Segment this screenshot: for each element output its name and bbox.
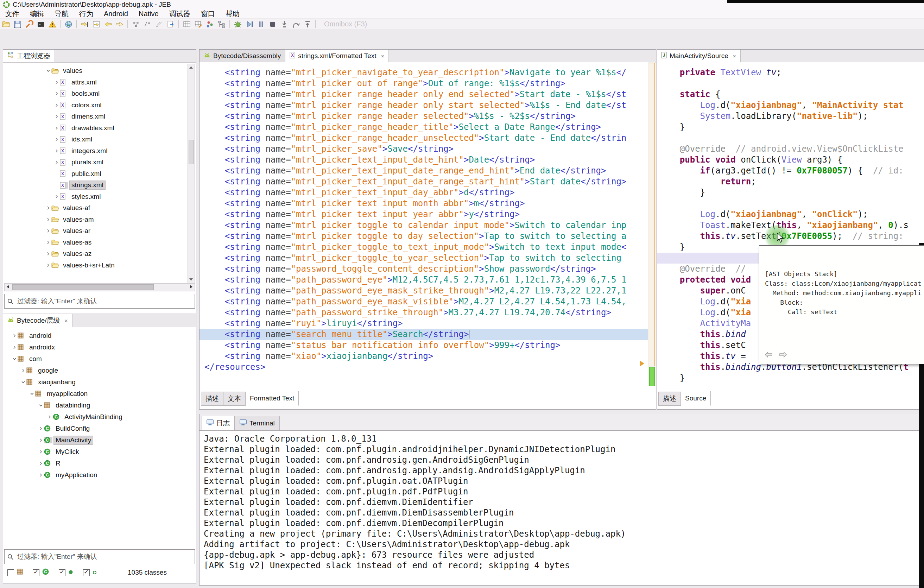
checkbox-dot-hollow[interactable] xyxy=(83,569,90,576)
tree-item-colors.xml[interactable]: Xcolors.xml xyxy=(3,99,187,111)
checkbox-package[interactable] xyxy=(7,569,14,576)
chevron-right-icon[interactable] xyxy=(53,149,60,153)
project-tree-vscrollbar[interactable] xyxy=(188,64,195,283)
bytecode-filter-input[interactable] xyxy=(16,552,192,561)
hscroll-thumb[interactable] xyxy=(12,284,154,290)
menu-item-帮助[interactable]: 帮助 xyxy=(220,9,245,19)
tree-item-myapplication[interactable]: myapplication xyxy=(3,388,193,400)
xml-editor-scrollbar[interactable] xyxy=(648,62,655,386)
tree-item-myApplication[interactable]: CmyApplication xyxy=(3,469,193,481)
tree-item-values-af[interactable]: values-af xyxy=(3,202,187,214)
tree-item-databinding[interactable]: databinding xyxy=(3,400,193,411)
log-output[interactable]: Java: Oracle Corporation 1.8.0_131Extern… xyxy=(200,430,919,585)
back-icon[interactable] xyxy=(103,19,112,29)
menu-item-Native[interactable]: Native xyxy=(134,10,164,18)
chevron-right-icon[interactable] xyxy=(45,206,51,210)
tree-item-public.xml[interactable]: Xpublic.xml xyxy=(3,168,187,180)
tree-item-values-az[interactable]: values-az xyxy=(3,248,187,260)
chevron-right-icon[interactable] xyxy=(38,450,44,454)
chevron-down-icon[interactable] xyxy=(20,380,26,384)
chevron-down-icon[interactable] xyxy=(29,391,35,396)
bytecode-tree[interactable]: androidandroidxcomgooglexiaojianbangmyap… xyxy=(3,330,193,483)
nav-forward-icon[interactable] xyxy=(778,351,787,361)
chevron-right-icon[interactable] xyxy=(53,160,60,164)
tree-item-styles.xml[interactable]: Xstyles.xml xyxy=(3,191,187,203)
tree-item-bools.xml[interactable]: Xbools.xml xyxy=(3,88,187,99)
save-icon[interactable] xyxy=(13,19,22,29)
tab-project-browser[interactable]: 工程浏览器 xyxy=(3,50,55,62)
log-tab-terminal[interactable]: Terminal xyxy=(235,416,280,430)
chevron-right-icon[interactable] xyxy=(45,218,51,222)
tree-item-MainActivity[interactable]: CMainActivity xyxy=(3,434,193,446)
table-edit-icon[interactable] xyxy=(193,19,203,29)
bottom-tab-描述[interactable]: 描述 xyxy=(201,391,223,406)
log-tab-日志[interactable]: 日志 xyxy=(201,416,235,430)
close-icon[interactable]: ✕ xyxy=(65,317,68,324)
tree-item-ids.xml[interactable]: Xids.xml xyxy=(3,134,187,145)
forward-icon[interactable] xyxy=(115,19,124,29)
chevron-right-icon[interactable] xyxy=(20,368,26,373)
run-icon[interactable] xyxy=(244,19,254,29)
references-icon[interactable] xyxy=(131,19,140,29)
export-icon[interactable] xyxy=(166,19,175,29)
comment-icon[interactable]: /* xyxy=(142,19,152,29)
tree-item-dimens.xml[interactable]: Xdimens.xml xyxy=(3,111,187,122)
step-over-icon[interactable] xyxy=(291,19,300,29)
menu-item-文件[interactable]: 文件 xyxy=(0,9,25,19)
bottom-tab-文本[interactable]: 文本 xyxy=(223,391,246,406)
close-icon[interactable]: ✕ xyxy=(733,53,736,59)
tree-item-BuildConfig[interactable]: CBuildConfig xyxy=(3,423,193,434)
warning-icon[interactable] xyxy=(48,19,57,29)
menu-item-行为[interactable]: 行为 xyxy=(74,9,99,19)
open-in-new-icon[interactable] xyxy=(91,19,101,29)
tree-item-com[interactable]: com xyxy=(3,353,193,365)
tree-item-attrs.xml[interactable]: Xattrs.xml xyxy=(3,77,187,88)
tree-item-plurals.xml[interactable]: Xplurals.xml xyxy=(3,157,187,168)
step-out-icon[interactable] xyxy=(303,19,312,29)
tree-item-values-as[interactable]: values-as xyxy=(3,237,187,248)
stop-icon[interactable] xyxy=(268,19,277,29)
chevron-right-icon[interactable] xyxy=(45,240,51,244)
chevron-right-icon[interactable] xyxy=(53,126,60,130)
scroll-right-arrow[interactable] xyxy=(190,285,193,289)
tree-item-android[interactable]: android xyxy=(3,330,193,341)
chevron-right-icon[interactable] xyxy=(45,263,51,268)
debug-icon[interactable] xyxy=(233,19,243,29)
nav-back-icon[interactable] xyxy=(764,351,774,361)
chevron-right-icon[interactable] xyxy=(46,415,53,419)
table-view-icon[interactable] xyxy=(182,19,191,29)
scroll-down-arrow[interactable] xyxy=(189,278,193,281)
tree-item-integers.xml[interactable]: Xintegers.xml xyxy=(3,145,187,157)
chevron-right-icon[interactable] xyxy=(38,461,44,466)
tab-bytecode-disassembly[interactable]: Bytecode/Disassembly xyxy=(200,50,285,62)
chevron-down-icon[interactable] xyxy=(45,69,51,73)
tree-item-R[interactable]: CR xyxy=(3,458,193,469)
chevron-right-icon[interactable] xyxy=(45,252,51,256)
chevron-down-icon[interactable] xyxy=(11,357,18,361)
bottom-tab-描述[interactable]: 描述 xyxy=(658,391,681,406)
tree-item-strings.xml[interactable]: Xstrings.xml xyxy=(3,180,187,191)
console-icon[interactable]: >_ xyxy=(36,19,45,29)
chevron-right-icon[interactable] xyxy=(11,334,18,338)
vscroll-thumb[interactable] xyxy=(649,63,655,366)
tab-strings-xml-formatted-text[interactable]: Xstrings.xml/Formatted Text✕ xyxy=(285,50,388,62)
scroll-up-arrow[interactable] xyxy=(189,66,193,69)
tree-item-ActivityMainBinding[interactable]: CActivityMainBinding xyxy=(3,411,193,423)
wrench-icon[interactable] xyxy=(24,19,34,29)
globe-icon[interactable] xyxy=(64,19,73,29)
vscroll-thumb[interactable] xyxy=(189,140,194,164)
tree-item-MyClick[interactable]: CMyClick xyxy=(3,446,193,458)
chevron-right-icon[interactable] xyxy=(53,137,60,142)
omnibox-search-input[interactable] xyxy=(323,20,451,29)
chevron-right-icon[interactable] xyxy=(53,91,60,96)
tree-item-androidx[interactable]: androidx xyxy=(3,341,193,353)
project-tree-hscrollbar[interactable] xyxy=(4,283,195,291)
checkbox-class[interactable] xyxy=(33,569,40,576)
tab-mainactivity-source[interactable]: JMainActivity/Source✕ xyxy=(657,50,741,62)
chevron-right-icon[interactable] xyxy=(53,80,60,84)
scroll-left-arrow[interactable] xyxy=(7,285,9,289)
chevron-right-icon[interactable] xyxy=(11,345,18,349)
chevron-down-icon[interactable] xyxy=(38,403,44,408)
tree-item-google[interactable]: google xyxy=(3,365,193,376)
menu-item-调试器[interactable]: 调试器 xyxy=(164,9,196,19)
